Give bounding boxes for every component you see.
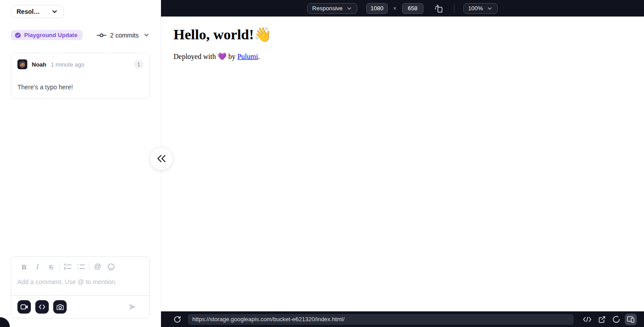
zoom-level-dropdown[interactable]: 100%	[463, 3, 498, 14]
avatar-emoji: 🧔🏽	[18, 61, 26, 67]
comment-timestamp: 1 minute ago	[51, 61, 85, 68]
dimension-separator: ×	[393, 5, 397, 12]
external-link-icon	[598, 315, 606, 323]
commits-label: 2 commits	[110, 32, 139, 39]
comments-sidebar: Resol… Playground Update 2 commits 🧔🏽 No…	[0, 0, 161, 327]
bold-icon[interactable]: B	[17, 263, 31, 271]
view-source-button[interactable]	[581, 314, 593, 324]
url-input[interactable]	[188, 314, 574, 325]
bullet-list-icon[interactable]	[74, 263, 88, 271]
rotate-device-icon	[434, 4, 444, 13]
toolbar-divider	[89, 263, 89, 271]
chevron-down-icon	[143, 32, 150, 38]
composer-footer	[11, 295, 149, 318]
resolved-filter-label: Resol…	[17, 8, 40, 15]
review-status-badge: Playground Update	[11, 30, 83, 40]
page-heading: Hello, world!👋	[174, 26, 644, 43]
pulumi-link[interactable]: Pulumi	[237, 53, 258, 60]
viewport-width-input[interactable]	[366, 3, 388, 14]
refresh-button[interactable]	[172, 314, 182, 325]
comment-composer: B I S @ Add a comment. Use @ to mention.	[11, 256, 150, 319]
camera-icon	[56, 304, 64, 310]
toolbar-divider	[454, 4, 454, 13]
page-paragraph: Deployed with 💜 by Pulumi.	[174, 52, 644, 61]
viewport-size-group: ×	[366, 3, 424, 14]
comment-thread-card[interactable]: 🧔🏽 Noah 1 minute ago 1 There's a typo he…	[11, 53, 150, 99]
url-toolbar	[161, 311, 644, 327]
device-mode-label: Responsive	[312, 5, 343, 12]
mention-icon[interactable]: @	[91, 263, 104, 271]
chevron-down-icon	[487, 5, 493, 12]
code-snippet-button[interactable]	[35, 300, 49, 314]
refresh-icon	[173, 315, 181, 323]
loading-spinner-icon	[612, 315, 620, 323]
avatar: 🧔🏽	[17, 59, 27, 69]
rotate-viewport-button[interactable]	[432, 2, 445, 15]
send-comment-button[interactable]	[128, 303, 137, 311]
code-icon	[583, 316, 592, 323]
url-toolbar-actions	[581, 314, 637, 325]
preview-pane: Responsive × 100% Hello, world!👋 Deploye…	[161, 0, 644, 327]
video-camera-icon	[21, 304, 28, 310]
comment-count-badge: 1	[134, 60, 143, 69]
double-chevron-left-icon	[156, 153, 167, 164]
emoji-icon[interactable]	[104, 263, 118, 271]
composer-toolbar: B I S @	[11, 257, 149, 271]
loading-spinner-button[interactable]	[610, 314, 622, 325]
collapse-sidebar-button[interactable]	[150, 147, 173, 170]
review-meta-row: Playground Update 2 commits	[11, 30, 150, 40]
code-icon	[38, 304, 46, 310]
chevron-down-icon	[51, 8, 58, 15]
git-commit-icon	[97, 33, 106, 38]
comment-text: There's a typo here!	[17, 84, 143, 91]
record-video-button[interactable]	[17, 300, 31, 314]
paragraph-prefix: Deployed with 💜 by	[174, 53, 237, 60]
rendered-page: Hello, world!👋 Deployed with 💜 by Pulumi…	[161, 17, 644, 311]
italic-icon[interactable]: I	[31, 263, 44, 271]
viewport-height-input[interactable]	[402, 3, 424, 14]
paragraph-suffix: .	[258, 53, 260, 60]
devices-icon	[627, 315, 635, 323]
device-mode-dropdown[interactable]: Responsive	[307, 3, 357, 14]
commits-dropdown[interactable]: 2 commits	[97, 32, 150, 39]
comment-header: 🧔🏽 Noah 1 minute ago 1	[17, 59, 143, 69]
toolbar-divider	[59, 263, 59, 271]
device-preview-toggle[interactable]	[625, 314, 637, 325]
open-external-button[interactable]	[596, 314, 608, 325]
ordered-list-icon[interactable]	[61, 263, 74, 271]
screenshot-button[interactable]	[53, 300, 67, 314]
resolved-filter-dropdown[interactable]: Resol…	[11, 5, 64, 18]
verified-badge-icon	[15, 32, 21, 38]
comment-input[interactable]: Add a comment. Use @ to mention.	[11, 271, 149, 295]
send-icon	[128, 303, 137, 311]
zoom-level-label: 100%	[468, 5, 483, 12]
chevron-down-icon	[346, 5, 352, 12]
comment-author: Noah	[32, 61, 47, 68]
device-toolbar: Responsive × 100%	[161, 0, 644, 17]
strikethrough-icon[interactable]: S	[44, 263, 58, 271]
review-status-label: Playground Update	[24, 32, 77, 38]
